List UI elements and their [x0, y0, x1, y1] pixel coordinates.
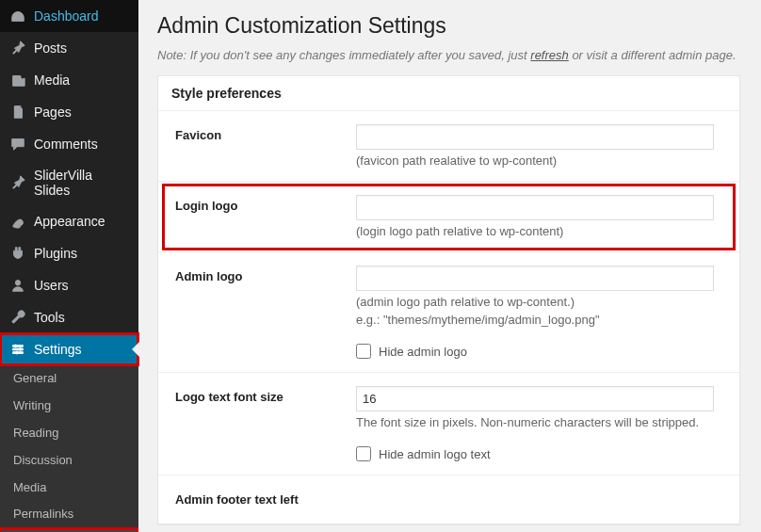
pin-icon	[9, 174, 26, 191]
hide-admin-logo-text-label: Hide admin logo text	[379, 447, 491, 461]
row-favicon: Favicon (favicon path realative to wp-co…	[158, 111, 739, 182]
pin-icon	[9, 40, 26, 56]
users-icon	[9, 277, 26, 294]
sidebar-item-label: Media	[34, 73, 70, 88]
sidebar-item-posts[interactable]: Posts	[0, 32, 138, 64]
row-login-logo: Login logo (login logo path relative to …	[158, 182, 739, 252]
label-logo-font-size: Logo text font size	[158, 373, 356, 476]
sidebar-item-users[interactable]: Users	[0, 269, 138, 301]
sub-item-permalinks[interactable]: Permalinks	[0, 501, 138, 528]
svg-point-1	[19, 348, 22, 351]
style-preferences-panel: Style preferences Favicon (favicon path …	[157, 75, 740, 524]
sub-item-admin-customization[interactable]: Admin Customization	[0, 528, 138, 532]
label-favicon: Favicon	[158, 111, 356, 182]
panel-header: Style preferences	[158, 76, 739, 111]
admin-logo-desc2: e.g.: "themes/mytheme/img/admin_logo.png…	[356, 313, 726, 327]
sidebar-item-label: Appearance	[34, 214, 105, 229]
favicon-input[interactable]	[356, 124, 714, 150]
sidebar-item-label: Plugins	[34, 246, 77, 261]
logo-font-size-input[interactable]	[356, 386, 714, 411]
sub-item-writing[interactable]: Writing	[0, 393, 138, 420]
sidebar-item-slidervilla[interactable]: SliderVilla Slides	[0, 160, 138, 205]
sidebar-item-pages[interactable]: Pages	[0, 96, 138, 128]
hide-admin-logo-text-checkbox[interactable]	[356, 446, 371, 461]
settings-submenu: General Writing Reading Discussion Media…	[0, 365, 138, 532]
svg-point-0	[14, 345, 17, 347]
sidebar-item-settings[interactable]: Settings	[0, 333, 138, 365]
appearance-icon	[9, 213, 26, 230]
row-admin-logo: Admin logo (admin logo path relative to …	[158, 252, 739, 373]
pages-icon	[9, 104, 26, 121]
sidebar-item-label: Tools	[34, 310, 65, 325]
label-admin-logo: Admin logo	[158, 252, 356, 373]
sidebar-item-dashboard[interactable]: Dashboard	[0, 0, 138, 32]
note-suffix: or visit a different admin page.	[569, 48, 737, 62]
sidebar-item-comments[interactable]: Comments	[0, 128, 138, 160]
comments-icon	[9, 136, 26, 153]
sidebar-item-label: Settings	[34, 342, 82, 357]
row-logo-font-size: Logo text font size The font size in pix…	[158, 373, 739, 476]
refresh-link[interactable]: refresh	[530, 48, 568, 62]
main-content: Admin Customization Settings Note: If yo…	[138, 0, 761, 532]
plugins-icon	[9, 245, 26, 262]
dashboard-icon	[9, 8, 26, 24]
sidebar-item-plugins[interactable]: Plugins	[0, 237, 138, 269]
sub-item-general[interactable]: General	[0, 365, 138, 393]
media-icon	[9, 72, 26, 89]
favicon-desc: (favicon path realative to wp-content)	[356, 153, 726, 168]
sidebar-item-media[interactable]: Media	[0, 64, 138, 96]
sidebar-item-label: Users	[34, 278, 69, 293]
sub-item-discussion[interactable]: Discussion	[0, 447, 138, 475]
admin-logo-desc1: (admin logo path relative to wp-content.…	[356, 295, 726, 309]
sidebar-item-label: SliderVilla Slides	[34, 168, 129, 198]
sub-item-reading[interactable]: Reading	[0, 420, 138, 447]
sidebar-item-tools[interactable]: Tools	[0, 301, 138, 333]
tools-icon	[9, 309, 26, 326]
login-logo-desc: (login logo path relative to wp-content)	[356, 224, 726, 238]
hide-admin-logo-checkbox[interactable]	[356, 344, 371, 359]
note-prefix: Note: If you don't see any changes immed…	[157, 48, 530, 62]
page-title: Admin Customization Settings	[157, 13, 740, 39]
label-footer-left: Admin footer text left	[158, 476, 356, 524]
sidebar-item-label: Posts	[34, 40, 67, 56]
admin-sidebar: Dashboard Posts Media Pages Comments Sli…	[0, 0, 138, 532]
page-note: Note: If you don't see any changes immed…	[157, 48, 740, 62]
settings-form-table: Favicon (favicon path realative to wp-co…	[158, 111, 739, 524]
logo-font-size-desc: The font size in pixels. Non-numeric cha…	[356, 415, 726, 429]
sidebar-item-appearance[interactable]: Appearance	[0, 205, 138, 237]
hide-admin-logo-label: Hide admin logo	[379, 345, 467, 359]
row-footer-left: Admin footer text left	[158, 476, 739, 524]
sidebar-item-label: Pages	[34, 105, 72, 120]
login-logo-input[interactable]	[356, 195, 714, 220]
admin-logo-input[interactable]	[356, 266, 714, 291]
sidebar-item-label: Comments	[34, 137, 98, 152]
settings-icon	[9, 341, 26, 358]
sub-item-media[interactable]: Media	[0, 475, 138, 502]
svg-point-2	[16, 351, 19, 354]
label-login-logo: Login logo	[158, 182, 356, 252]
sidebar-item-label: Dashboard	[34, 8, 99, 24]
